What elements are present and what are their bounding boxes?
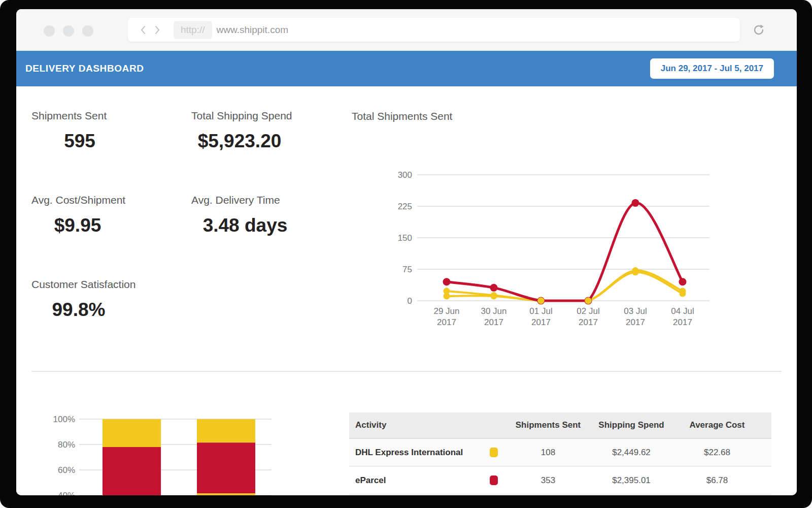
bar-segment [103,447,161,495]
x-tick-label: 2017 [437,318,456,327]
line-chart-title: Total Shipments Sent [352,110,452,122]
line-chart: 07515022530029 Jun201730 Jun201701 Jul20… [396,163,721,330]
stat-total-shipping-spend: Total Shipping Spend $5,923.20 [191,110,288,152]
stat-label: Shipments Sent [31,110,128,122]
data-point [444,293,450,299]
bar-segment [197,493,255,495]
url-bar[interactable]: http:// www.shippit.com [128,18,740,42]
x-tick-label: 03 Jul [624,306,647,316]
screenshot-canvas: http:// www.shippit.com DELIVERY DASHBOA… [0,0,812,508]
data-point [490,284,498,292]
stat-value: 99.8% [31,299,126,321]
legend-swatch-icon [490,448,498,457]
stat-label: Avg. Delivery Time [191,194,299,206]
y-tick-label: 225 [398,202,412,211]
x-tick-label: 02 Jul [577,306,599,316]
stat-value: 595 [31,131,128,152]
bar-segment [197,442,255,493]
x-tick-label: 2017 [579,318,598,327]
stat-value: 3.48 days [191,215,299,236]
dashboard-content: Shipments Sent 595 Total Shipping Spend … [16,86,797,495]
activity-table: Activity Shipments Sent Shipping Spend A… [349,412,771,495]
col-header-activity: Activity [349,420,480,430]
col-header-shipments-sent: Shipments Sent [507,420,589,430]
data-point [585,298,592,304]
window-controls [44,25,93,37]
table-row: eParcel353$2,395.01$6.78 [349,467,771,495]
x-tick-label: 30 Jun [481,306,506,316]
x-tick-label: 2017 [531,318,551,327]
y-tick-label: 100% [53,415,75,424]
cell-swatch [480,475,507,485]
table-row-partial [349,495,771,495]
data-point [680,290,686,297]
app-header: DELIVERY DASHBOARD Jun 29, 2017 - Jul 5,… [16,51,797,86]
window-button-icon[interactable] [63,25,74,37]
data-point [632,269,639,275]
stat-avg-delivery-time: Avg. Delivery Time 3.48 days [191,194,299,236]
cell-average-cost: $6.78 [674,475,760,486]
refresh-icon[interactable] [752,23,765,37]
y-tick-label: 0 [408,296,412,306]
activity-table-header: Activity Shipments Sent Shipping Spend A… [349,412,771,439]
x-tick-label: 29 Jun [433,306,459,316]
data-point [538,298,545,304]
stacked-bar-chart: 100%80%60%40% [46,396,279,495]
series-line [447,203,683,301]
table-row: DHL Express International108$2,449.62$22… [349,439,771,467]
back-icon[interactable] [140,25,146,35]
browser-chrome: http:// www.shippit.com [16,9,797,51]
section-divider [31,371,782,372]
legend-swatch-icon [490,475,498,485]
url-scheme: http:// [174,21,212,39]
window-button-icon[interactable] [82,25,93,37]
y-tick-label: 75 [402,265,412,274]
y-tick-label: 80% [58,440,75,450]
cell-activity: eParcel [349,475,480,486]
x-tick-label: 2017 [626,318,645,327]
cell-shipping-spend: $2,395.01 [589,475,674,486]
stat-label: Customer Satisfaction [31,278,126,291]
y-tick-label: 40% [58,491,75,495]
browser-window: http:// www.shippit.com DELIVERY DASHBOA… [16,9,797,495]
page-title: DELIVERY DASHBOARD [25,63,144,74]
cell-swatch [480,448,507,457]
x-tick-label: 2017 [484,318,503,327]
x-tick-label: 04 Jul [671,306,694,316]
nav-arrows [140,25,160,35]
forward-icon[interactable] [154,25,160,35]
bar-segment [197,419,255,442]
stat-label: Avg. Cost/Shipment [31,194,124,206]
data-point [679,278,687,285]
stat-avg-cost-shipment: Avg. Cost/Shipment $9.95 [31,194,124,236]
data-point [632,199,639,207]
activity-table-body: DHL Express International108$2,449.62$22… [349,439,771,495]
cell-shipments-sent: 108 [507,448,589,458]
x-tick-label: 01 Jul [529,306,552,316]
device-frame: http:// www.shippit.com DELIVERY DASHBOA… [0,0,812,508]
date-range-button[interactable]: Jun 29, 2017 - Jul 5, 2017 [650,58,774,79]
stat-shipments-sent: Shipments Sent 595 [31,110,128,152]
x-tick-label: 2017 [673,318,692,327]
y-tick-label: 60% [58,465,75,475]
stat-value: $5,923.20 [191,131,288,152]
window-button-icon[interactable] [44,25,55,37]
stat-label: Total Shipping Spend [191,110,288,122]
url-text: www.shippit.com [217,24,289,36]
cell-average-cost: $22.68 [674,448,760,458]
bar-segment [103,419,161,447]
stat-customer-satisfaction: Customer Satisfaction 99.8% [31,278,126,321]
col-header-shipping-spend: Shipping Spend [589,420,674,430]
col-header-average-cost: Average Cost [674,420,760,430]
y-tick-label: 150 [398,233,412,243]
data-point [443,278,451,285]
cell-activity: DHL Express International [349,448,480,458]
cell-shipping-spend: $2,449.62 [589,448,674,458]
data-point [491,293,497,299]
stat-value: $9.95 [31,215,124,236]
y-tick-label: 300 [398,170,412,180]
cell-shipments-sent: 353 [507,475,589,486]
